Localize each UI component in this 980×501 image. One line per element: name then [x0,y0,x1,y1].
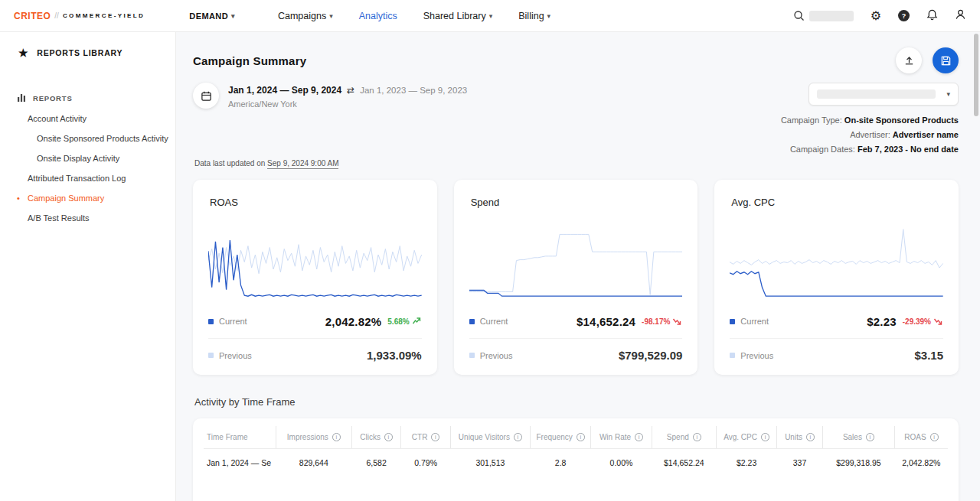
table-row: Jan 1, 2024 — Se 829,644 6,582 0.79% 301… [204,449,948,477]
info-icon[interactable]: i [806,433,815,441]
info-icon[interactable]: i [930,433,939,441]
current-legend-swatch [208,319,214,324]
metric-cards: ROAS Current 2,042.82% 5.68% Prev [193,180,959,375]
info-icon[interactable]: i [431,433,439,441]
campaign-dates-label: Campaign Dates: [790,145,855,154]
redacted-search-text [809,11,854,21]
info-icon[interactable]: i [514,433,522,441]
card-title: Avg. CPC [731,197,943,208]
reports-section-label: REPORTS [33,94,73,102]
star-icon: ★ [18,47,28,58]
account-button[interactable] [955,8,966,23]
logo-suffix: COMMERCE-YIELD [63,12,145,19]
header-actions [896,47,959,73]
activity-table-card: Time Frame Impressionsi Clicksi CTRi Uni… [193,418,959,501]
col-impressions: Impressionsi [276,426,351,449]
help-button[interactable]: ? [898,10,910,21]
settings-button[interactable]: ⚙ [871,10,881,22]
col-ctr: CTRi [401,426,450,449]
campaign-selector-dropdown[interactable]: ▾ [808,83,959,106]
metric-card-avg-cpc: Avg. CPC Current $2.23 -29.39% Pr [714,180,959,375]
sidebar-item-attributed-transaction-log[interactable]: Attributed Transaction Log [0,168,175,188]
info-icon[interactable]: i [693,433,701,441]
cell-units: 337 [777,449,823,477]
col-roas: ROASi [895,426,948,449]
compare-arrows-icon: ⇄ [347,85,354,96]
delta-value: -29.39% [903,317,931,326]
top-navigation: CRITEO // COMMERCE-YIELD DEMAND ▾ Campai… [0,0,980,32]
save-report-button[interactable] [933,47,959,73]
roas-sparkline-chart [208,220,422,301]
delta-badge: -29.39% [903,317,943,326]
previous-value: 1,933.09% [367,349,422,362]
nav-billing-label: Billing [518,11,544,21]
date-picker-button[interactable] [193,83,219,109]
info-icon[interactable]: i [384,433,393,441]
notifications-button[interactable] [926,8,938,23]
calendar-icon [201,90,212,102]
col-frequency: Frequencyi [530,426,590,449]
previous-legend-swatch [730,353,735,358]
nav-campaigns[interactable]: Campaigns ▾ [278,11,333,21]
previous-value: $799,529.09 [619,349,682,362]
sidebar-item-onsite-sponsored-products-activity[interactable]: Onsite Sponsored Products Activity [0,129,175,148]
col-avg-cpc: Avg. CPCi [716,426,776,449]
metric-card-spend: Spend Current $14,652.24 -98.17% [454,180,698,375]
sidebar-item-onsite-display-activity[interactable]: Onsite Display Activity [0,148,175,168]
column-label: Frequency [537,433,573,441]
last-updated-prefix: Data last updated on [194,159,265,168]
criteo-logo[interactable]: CRITEO // COMMERCE-YIELD [14,11,145,21]
previous-legend-label: Previous [740,351,773,360]
info-icon[interactable]: i [332,433,341,441]
column-label: Units [785,433,802,441]
info-icon[interactable]: i [866,433,874,441]
info-icon[interactable]: i [635,433,643,441]
cell-spend: $14,652.24 [652,449,716,477]
nav-analytics[interactable]: Analytics [359,11,397,21]
logo-brand: CRITEO [14,11,51,21]
info-icon[interactable]: i [761,433,769,441]
meta-row: Data last updated on Sep 9, 2024 9:00 AM… [193,113,959,168]
chevron-down-icon: ▾ [489,12,493,20]
context-switcher-demand[interactable]: DEMAND ▾ [189,11,235,21]
column-label: Spend [667,433,689,441]
reports-library-link[interactable]: ★ REPORTS LIBRARY [0,47,175,58]
export-button[interactable] [896,47,922,73]
col-sales: Salesi [822,426,894,449]
previous-metric-row: Previous $3.15 [730,338,943,372]
workspace: ★ REPORTS LIBRARY REPORTS Account Activi… [0,32,980,501]
nav-billing[interactable]: Billing ▾ [518,11,550,21]
column-label: Unique Visitors [459,433,510,441]
info-icon[interactable]: i [577,433,585,441]
campaign-type-label: Campaign Type: [781,115,842,125]
vertical-scrollbar[interactable] [974,34,978,116]
column-label: Win Rate [599,433,631,441]
sidebar-item-account-activity[interactable]: Account Activity [0,109,175,129]
cell-clicks: 6,582 [351,449,400,477]
sidebar-item-campaign-summary[interactable]: Campaign Summary [0,188,175,208]
reports-sidebar: ★ REPORTS LIBRARY REPORTS Account Activi… [0,32,176,501]
sidebar-item-ab-test-results[interactable]: A/B Test Results [0,208,175,228]
campaign-type-value: On-site Sponsored Products [844,115,959,125]
help-icon: ? [898,10,910,21]
advertiser-line: Advertiser: Advertiser name [781,128,959,142]
previous-metric-row: Previous $799,529.09 [469,338,683,372]
search-icon [793,10,805,21]
last-updated-timestamp[interactable]: Sep 9, 2024 9:00 AM [267,159,338,169]
bar-chart-icon [17,93,26,102]
column-label: Avg. CPC [724,433,757,441]
search-input[interactable] [793,10,854,21]
chevron-down-icon: ▾ [231,12,235,20]
gear-icon: ⚙ [871,9,881,22]
col-win-rate: Win Ratei [591,426,652,449]
metric-card-roas: ROAS Current 2,042.82% 5.68% Prev [193,180,437,375]
col-time-frame: Time Frame [204,426,276,449]
primary-nav: Campaigns ▾ Analytics Shared Library ▾ B… [278,11,550,21]
context-label: DEMAND [189,11,228,21]
card-title: Spend [471,197,683,208]
nav-shared-library[interactable]: Shared Library ▾ [423,11,493,21]
page-title: Campaign Summary [193,54,306,67]
comparison-date-range: Jan 1, 2023 — Sep 9, 2023 [360,86,467,95]
col-clicks: Clicksi [351,426,400,449]
current-legend-label: Current [740,317,769,326]
